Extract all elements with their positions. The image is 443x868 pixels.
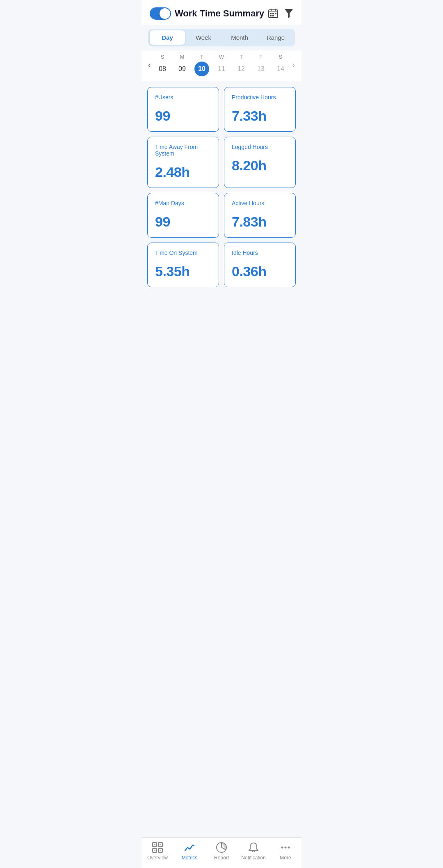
calendar-day-10[interactable]: T 10 — [193, 54, 210, 76]
calendar-icon-button[interactable] — [268, 8, 279, 19]
metrics-grid: #Users 99 Productive Hours 7.33h Time Aw… — [142, 81, 301, 293]
metric-label-logged-hours: Logged Hours — [232, 144, 288, 150]
svg-rect-8 — [272, 15, 274, 16]
svg-rect-4 — [270, 13, 272, 14]
tab-range[interactable]: Range — [258, 30, 293, 45]
calendar-day-12[interactable]: T 12 — [233, 54, 250, 76]
metric-card-productive-hours: Productive Hours 7.33h — [224, 87, 296, 132]
metric-value-time-away: 2.48h — [155, 164, 211, 180]
calendar-days: S 08 M 09 T 10 W 11 T 12 F 13 S — [154, 54, 289, 76]
calendar-prev-button[interactable]: ‹ — [146, 60, 153, 71]
metric-label-idle-hours: Idle Hours — [232, 250, 288, 256]
header-actions — [268, 8, 293, 19]
calendar-week-row: ‹ S 08 M 09 T 10 W 11 T 12 F 13 — [142, 50, 301, 81]
metric-value-logged-hours: 8.20h — [232, 158, 288, 174]
metric-value-users: 99 — [155, 108, 211, 124]
calendar-day-11[interactable]: W 11 — [213, 54, 230, 76]
metric-card-time-away: Time Away From System 2.48h — [147, 137, 219, 188]
metric-label-time-away: Time Away From System — [155, 144, 211, 157]
metric-value-active-hours: 7.83h — [232, 214, 288, 230]
calendar-next-button[interactable]: › — [290, 60, 297, 71]
metric-value-man-days: 99 — [155, 214, 211, 230]
metric-label-time-on-system: Time On System — [155, 250, 211, 256]
calendar-day-09[interactable]: M 09 — [174, 54, 191, 76]
svg-rect-7 — [270, 15, 272, 16]
tab-week[interactable]: Week — [186, 30, 221, 45]
metric-value-time-on-system: 5.35h — [155, 263, 211, 279]
tab-month[interactable]: Month — [222, 30, 257, 45]
metric-card-time-on-system: Time On System 5.35h — [147, 243, 219, 287]
tab-day[interactable]: Day — [150, 30, 185, 45]
metric-label-users: #Users — [155, 94, 211, 101]
svg-marker-9 — [285, 9, 293, 18]
metric-label-man-days: #Man Days — [155, 200, 211, 206]
toggle-switch[interactable] — [150, 7, 171, 20]
metric-card-active-hours: Active Hours 7.83h — [224, 193, 296, 238]
filter-icon-button[interactable] — [284, 8, 293, 19]
toggle-track — [150, 7, 171, 20]
page-title: Work Time Summary — [171, 8, 268, 19]
metric-card-users: #Users 99 — [147, 87, 219, 132]
metric-label-productive-hours: Productive Hours — [232, 94, 288, 101]
calendar-day-08[interactable]: S 08 — [154, 54, 171, 76]
calendar-day-13[interactable]: F 13 — [252, 54, 269, 76]
svg-rect-6 — [275, 13, 276, 14]
metric-card-idle-hours: Idle Hours 0.36h — [224, 243, 296, 287]
metric-card-logged-hours: Logged Hours 8.20h — [224, 137, 296, 188]
calendar-day-14[interactable]: S 14 — [272, 54, 289, 76]
svg-rect-5 — [272, 13, 274, 14]
toggle-thumb — [160, 8, 170, 19]
metric-value-productive-hours: 7.33h — [232, 108, 288, 124]
period-tab-group: Day Week Month Range — [148, 29, 295, 46]
metric-card-man-days: #Man Days 99 — [147, 193, 219, 238]
metric-value-idle-hours: 0.36h — [232, 263, 288, 279]
app-header: Work Time Summary — [142, 0, 301, 25]
metric-label-active-hours: Active Hours — [232, 200, 288, 206]
